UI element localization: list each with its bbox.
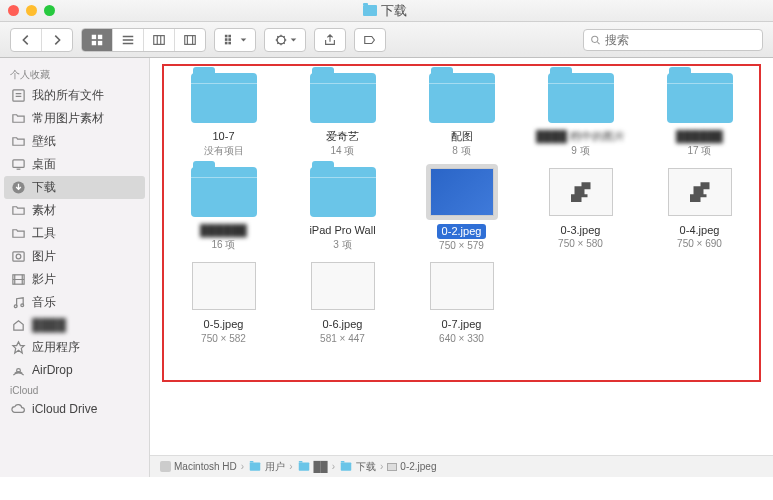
file-sub: 14 项 — [331, 144, 355, 158]
file-item[interactable]: 爱奇艺14 项 — [285, 70, 400, 158]
file-item[interactable]: iPad Pro Wall3 项 — [285, 164, 400, 252]
path-separator: › — [332, 461, 335, 472]
sidebar-item-label: 影片 — [32, 271, 56, 288]
folder-icon — [341, 462, 352, 470]
folder-icon — [10, 134, 26, 150]
sidebar-item-11[interactable]: 应用程序 — [0, 336, 149, 359]
path-crumb[interactable]: 用户 — [248, 460, 285, 474]
file-item[interactable]: 0-2.jpeg750 × 579 — [404, 164, 519, 252]
search-input[interactable] — [605, 33, 756, 47]
file-item[interactable]: 配图8 项 — [404, 70, 519, 158]
share-button-group — [314, 28, 346, 52]
minimize-button[interactable] — [26, 5, 37, 16]
sidebar-item-10[interactable]: ████ — [0, 314, 149, 336]
file-name: ██████ — [200, 224, 247, 237]
file-grid: 10-7没有项目爱奇艺14 项配图8 项████ 档中的图片9 项██████1… — [150, 58, 773, 344]
icon-view-button[interactable] — [82, 29, 113, 51]
sidebar-item-4[interactable]: 下载 — [4, 176, 145, 199]
file-name: 配图 — [451, 130, 473, 143]
path-crumb[interactable]: ██ — [297, 461, 328, 472]
sidebar-item-icloud-drive[interactable]: iCloud Drive — [0, 398, 149, 420]
sidebar-item-2[interactable]: 壁纸 — [0, 130, 149, 153]
sidebar-item-7[interactable]: 图片 — [0, 245, 149, 268]
action-button[interactable] — [265, 29, 305, 51]
folder-icon — [10, 111, 26, 127]
file-item[interactable]: 0-5.jpeg750 × 582 — [166, 258, 281, 343]
tags-button-group — [354, 28, 386, 52]
view-buttons — [81, 28, 206, 52]
path-separator: › — [289, 461, 292, 472]
sidebar-item-1[interactable]: 常用图片素材 — [0, 107, 149, 130]
sidebar-item-label: 下载 — [32, 179, 56, 196]
file-name: ██████ — [676, 130, 723, 143]
file-name: 0-6.jpeg — [323, 318, 363, 331]
tags-button[interactable] — [355, 29, 385, 51]
file-sub: 3 项 — [333, 238, 351, 252]
file-sub: 16 项 — [212, 238, 236, 252]
sidebar-section-favorites: 个人收藏 — [0, 64, 149, 84]
file-item[interactable]: 10-7没有项目 — [166, 70, 281, 158]
gallery-view-button[interactable] — [175, 29, 205, 51]
svg-rect-17 — [12, 252, 23, 261]
file-sub: 8 项 — [452, 144, 470, 158]
sidebar-item-5[interactable]: 素材 — [0, 199, 149, 222]
sidebar-item-6[interactable]: 工具 — [0, 222, 149, 245]
file-item[interactable]: ██████16 项 — [166, 164, 281, 252]
close-button[interactable] — [8, 5, 19, 16]
back-button[interactable] — [11, 29, 42, 51]
file-item[interactable]: ████ 档中的图片9 项 — [523, 70, 638, 158]
image-thumbnail — [668, 168, 732, 216]
sidebar-item-9[interactable]: 音乐 — [0, 291, 149, 314]
file-sub: 750 × 580 — [558, 238, 603, 249]
svg-rect-14 — [12, 90, 23, 101]
file-item[interactable]: 0-6.jpeg581 × 447 — [285, 258, 400, 343]
sidebar-item-label: 应用程序 — [32, 339, 80, 356]
sidebar-item-label: 图片 — [32, 248, 56, 265]
search-field[interactable] — [583, 29, 763, 51]
path-crumb[interactable]: 下载 — [339, 460, 376, 474]
svg-rect-8 — [224, 41, 227, 44]
folder-icon — [310, 73, 376, 123]
sidebar-item-12[interactable]: AirDrop — [0, 359, 149, 381]
folder-icon — [250, 462, 261, 470]
file-sub: 640 × 330 — [439, 333, 484, 344]
file-item[interactable]: 0-3.jpeg750 × 580 — [523, 164, 638, 252]
titlebar: 下载 — [0, 0, 773, 22]
crumb-label: ██ — [314, 461, 328, 472]
image-thumbnail — [430, 168, 494, 216]
file-item[interactable]: 0-7.jpeg640 × 330 — [404, 258, 519, 343]
file-sub: 没有项目 — [204, 144, 244, 158]
sidebar-item-label: 壁纸 — [32, 133, 56, 150]
svg-rect-3 — [98, 40, 102, 44]
share-button[interactable] — [315, 29, 345, 51]
sidebar-item-3[interactable]: 桌面 — [0, 153, 149, 176]
file-item[interactable]: 0-4.jpeg750 × 690 — [642, 164, 757, 252]
sidebar-item-0[interactable]: 我的所有文件 — [0, 84, 149, 107]
column-view-button[interactable] — [144, 29, 175, 51]
svg-rect-9 — [228, 34, 231, 37]
file-sub: 17 项 — [688, 144, 712, 158]
path-crumb[interactable]: Macintosh HD — [160, 461, 237, 472]
image-thumbnail — [311, 262, 375, 310]
sidebar-item-8[interactable]: 影片 — [0, 268, 149, 291]
sidebar: 个人收藏 我的所有文件常用图片素材壁纸桌面下载素材工具图片影片音乐████应用程… — [0, 58, 150, 477]
music-icon — [10, 295, 26, 311]
action-button-group — [264, 28, 306, 52]
file-item[interactable]: ██████17 项 — [642, 70, 757, 158]
path-crumb[interactable]: 0-2.jpeg — [387, 461, 436, 472]
forward-button[interactable] — [42, 29, 72, 51]
file-name: 10-7 — [212, 130, 234, 143]
sidebar-item-label: AirDrop — [32, 363, 73, 377]
maximize-button[interactable] — [44, 5, 55, 16]
sidebar-item-label: iCloud Drive — [32, 402, 97, 416]
folder-icon — [429, 73, 495, 123]
folder-icon — [363, 5, 377, 16]
image-thumbnail — [549, 168, 613, 216]
arrange-button[interactable] — [215, 29, 255, 51]
list-view-button[interactable] — [113, 29, 144, 51]
svg-rect-6 — [224, 34, 227, 37]
sidebar-item-label: 我的所有文件 — [32, 87, 104, 104]
path-separator: › — [380, 461, 383, 472]
svg-rect-5 — [185, 35, 196, 44]
svg-rect-0 — [92, 34, 96, 38]
